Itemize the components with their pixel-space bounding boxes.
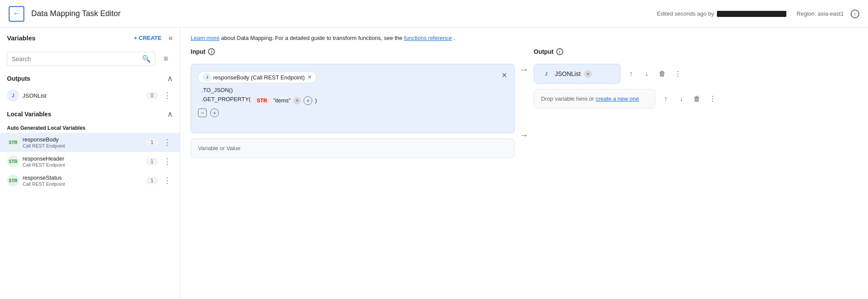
chip-close-icon[interactable]: ✕: [307, 74, 312, 80]
jsonlist-output-chip: J JSONList ✕: [534, 64, 620, 84]
create-new-var-link[interactable]: create a new one: [596, 95, 639, 102]
variable-or-value-input[interactable]: Variable or Value: [191, 138, 515, 158]
filter-icon: ≡: [164, 54, 168, 63]
response-header-badge: STR: [7, 155, 19, 168]
create-button[interactable]: + CREATE: [130, 33, 165, 43]
response-body-item[interactable]: STR responseBody Call REST Endpoint 1 ⋮: [0, 133, 180, 152]
response-header-info: responseHeader Call REST Endpoint: [23, 155, 142, 168]
close-paren: ): [315, 97, 317, 104]
local-vars-label: Local Variables: [7, 111, 51, 118]
edit-meta: Edited seconds ago by: [657, 10, 786, 17]
get-property-line: .GET_PROPERTY( STR "items" ✕ + ): [198, 96, 507, 105]
response-status-count: 1: [146, 177, 158, 184]
output-close-button[interactable]: ✕: [584, 70, 592, 78]
response-status-badge: STR: [7, 174, 19, 187]
expression-block: J responseBody (Call REST Endpoint) ✕ ✕ …: [191, 64, 515, 133]
local-vars-chevron-icon: ∧: [167, 109, 173, 119]
to-json-method: .TO_JSON(): [198, 87, 507, 93]
response-body-chip[interactable]: J responseBody (Call REST Endpoint) ✕: [198, 71, 317, 83]
str-type-chip: STR: [253, 97, 271, 105]
functions-ref-link[interactable]: functions reference: [404, 35, 452, 41]
sidebar-actions: + CREATE «: [130, 33, 173, 43]
jsonlist-badge: J: [7, 89, 19, 102]
drop-zone[interactable]: Drop variable here or create a new one: [534, 89, 655, 108]
search-icon: 🔍: [142, 55, 151, 63]
outputs-chevron-icon: ∧: [167, 74, 173, 83]
arrow-icon-2: →: [520, 130, 528, 140]
jsonlist-count: 0: [146, 92, 158, 99]
move-down-button-1[interactable]: ↓: [640, 67, 653, 81]
arrow-icon-1: →: [520, 65, 528, 75]
response-status-name: responseStatus: [23, 174, 142, 181]
response-body-name: responseBody: [23, 136, 142, 143]
input-info-icon[interactable]: i: [208, 48, 215, 55]
response-body-sub: Call REST Endpoint: [23, 143, 142, 148]
delete-button-2[interactable]: 🗑: [690, 92, 704, 106]
more-button-2[interactable]: ⋮: [706, 92, 719, 106]
output-badge: J: [541, 69, 551, 79]
search-input[interactable]: [12, 56, 142, 62]
region-label: Region: asia-east1: [797, 10, 844, 17]
chip-badge-icon: J: [203, 73, 211, 82]
mapping-grid: Input i J responseBody (Call REST Endpoi…: [191, 48, 858, 292]
local-vars-section-header[interactable]: Local Variables ∧: [0, 105, 180, 122]
expr-controls: − +: [198, 105, 507, 117]
response-status-item[interactable]: STR responseStatus Call REST Endpoint 1 …: [0, 171, 180, 190]
output-header: Output i: [534, 48, 858, 55]
search-input-wrap: 🔍: [7, 52, 155, 66]
response-header-item[interactable]: STR responseHeader Call REST Endpoint 1 …: [0, 152, 180, 171]
more-button-1[interactable]: ⋮: [671, 67, 685, 81]
items-string-value: "items": [273, 97, 290, 104]
get-property-method: .GET_PROPERTY(: [201, 96, 251, 102]
output-column: Output i J JSONList ✕ ↑: [534, 48, 858, 108]
response-status-more-button[interactable]: ⋮: [162, 175, 173, 186]
jsonlist-item[interactable]: J JSONList 0 ⋮: [0, 86, 180, 105]
jsonlist-name: JSONList: [23, 92, 142, 99]
jsonlist-more-button[interactable]: ⋮: [162, 90, 173, 101]
arrow-column: → →: [515, 48, 534, 140]
response-header-count: 1: [146, 158, 158, 165]
remove-method-button[interactable]: −: [198, 108, 207, 117]
move-down-button-2[interactable]: ↓: [674, 92, 688, 106]
jsonlist-info: JSONList: [23, 92, 142, 99]
add-arg-button[interactable]: +: [304, 96, 312, 105]
outputs-label: Outputs: [7, 75, 30, 82]
response-body-info: responseBody Call REST Endpoint: [23, 136, 142, 148]
add-method-button[interactable]: +: [210, 108, 219, 117]
info-button[interactable]: i: [851, 10, 859, 18]
learn-more-link[interactable]: Learn more: [191, 35, 219, 41]
jsonlist-output-row: J JSONList ✕ ↑ ↓ 🗑 ⋮: [534, 64, 858, 84]
page-title: Data Mapping Task Editor: [31, 9, 657, 18]
editor-area: Learn more about Data Mapping. For a det…: [180, 28, 868, 299]
back-arrow-icon: ←: [13, 9, 20, 18]
response-status-sub: Call REST Endpoint: [23, 181, 142, 187]
output-actions-1: ↑ ↓ 🗑 ⋮: [624, 67, 685, 81]
auto-gen-label: Auto Generated Local Variables: [0, 122, 180, 133]
outputs-section-header[interactable]: Outputs ∧: [0, 69, 180, 86]
items-close-button[interactable]: ✕: [293, 97, 301, 105]
delete-button-1[interactable]: 🗑: [655, 67, 669, 81]
output-actions-2: ↑ ↓ 🗑 ⋮: [659, 92, 719, 106]
response-body-badge: STR: [7, 136, 19, 148]
response-body-more-button[interactable]: ⋮: [162, 137, 173, 148]
back-button[interactable]: ←: [9, 6, 24, 22]
input-column: Input i J responseBody (Call REST Endpoi…: [191, 48, 515, 158]
output-info-icon[interactable]: i: [556, 48, 563, 55]
info-bar: Learn more about Data Mapping. For a det…: [191, 35, 858, 41]
sidebar: Variables + CREATE « 🔍 ≡: [0, 28, 180, 299]
response-header-more-button[interactable]: ⋮: [162, 156, 173, 167]
user-redacted: [717, 11, 786, 17]
input-header: Input i: [191, 48, 515, 55]
response-status-info: responseStatus Call REST Endpoint: [23, 174, 142, 187]
drop-zone-row: Drop variable here or create a new one ↑…: [534, 89, 858, 108]
chip-name: responseBody (Call REST Endpoint): [213, 74, 305, 81]
collapse-button[interactable]: «: [168, 33, 173, 43]
variables-title: Variables: [7, 34, 36, 42]
move-up-button-1[interactable]: ↑: [624, 67, 638, 81]
search-row: 🔍 ≡: [0, 48, 180, 69]
response-header-name: responseHeader: [23, 155, 142, 162]
filter-button[interactable]: ≡: [159, 52, 173, 66]
block-close-icon[interactable]: ✕: [502, 71, 507, 79]
move-up-button-2[interactable]: ↑: [659, 92, 673, 106]
expr-line-1: J responseBody (Call REST Endpoint) ✕ ✕: [198, 71, 507, 83]
